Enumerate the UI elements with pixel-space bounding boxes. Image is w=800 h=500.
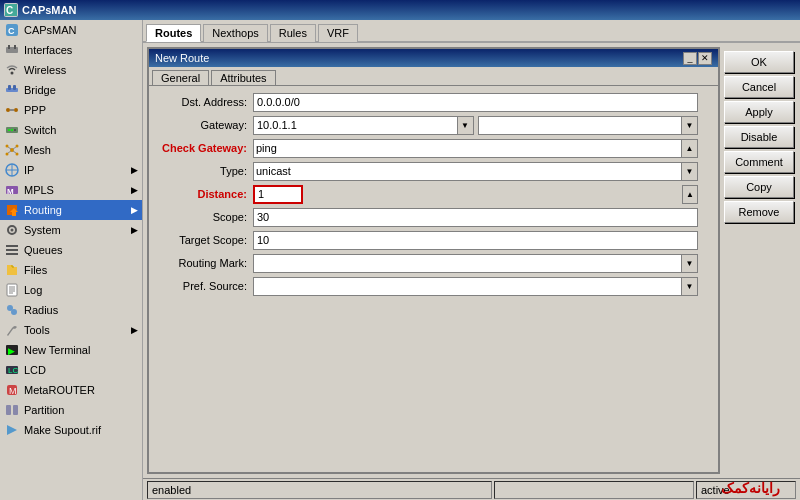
make-supout-icon — [4, 422, 20, 438]
sidebar-item-metarouter[interactable]: M MetaROUTER — [0, 380, 142, 400]
type-select-wrapper: unicast blackhole prohibit unreachable ▼ — [253, 162, 698, 181]
remove-button[interactable]: Remove — [724, 201, 794, 223]
pref-source-dropdown-btn[interactable]: ▼ — [682, 277, 698, 296]
check-gateway-row: Check Gateway: ping arp ▲ — [153, 138, 698, 158]
routing-mark-select-wrapper: ▼ — [253, 254, 698, 273]
main-area: C CAPsMAN Interfaces Wireless — [0, 20, 800, 500]
status-bar: enabled active — [143, 478, 800, 500]
dialog-area: New Route _ ✕ General Attributes — [143, 43, 800, 478]
sidebar-item-new-terminal[interactable]: ▶ New Terminal — [0, 340, 142, 360]
sidebar-item-system[interactable]: System ▶ — [0, 220, 142, 240]
system-arrow: ▶ — [131, 225, 138, 235]
distance-input[interactable] — [253, 185, 303, 204]
status-middle — [494, 481, 694, 499]
target-scope-input[interactable] — [253, 231, 698, 250]
svg-text:M: M — [7, 187, 14, 196]
disable-button[interactable]: Disable — [724, 126, 794, 148]
svg-point-11 — [6, 108, 10, 112]
routing-mark-row: Routing Mark: ▼ — [153, 253, 698, 273]
dialog-title-bar: New Route _ ✕ — [149, 49, 718, 67]
comment-button[interactable]: Comment — [724, 151, 794, 173]
sidebar-item-mpls[interactable]: M MPLS ▶ — [0, 180, 142, 200]
gateway-label: Gateway: — [153, 119, 253, 131]
routing-mark-dropdown-btn[interactable]: ▼ — [682, 254, 698, 273]
sidebar-item-radius[interactable]: Radius — [0, 300, 142, 320]
sidebar-item-queues[interactable]: Queues — [0, 240, 142, 260]
sidebar-item-capsman[interactable]: C CAPsMAN — [0, 20, 142, 40]
sidebar-item-tools[interactable]: Tools ▶ — [0, 320, 142, 340]
cancel-button[interactable]: Cancel — [724, 76, 794, 98]
caps-icon: C — [4, 22, 20, 38]
check-gateway-select[interactable]: ping arp — [253, 139, 682, 158]
dialog-content: Dst. Address: Gateway: — [149, 86, 718, 472]
routing-mark-label: Routing Mark: — [153, 257, 253, 269]
gateway-dropdown-button[interactable]: ▼ — [458, 116, 474, 135]
mesh-icon — [4, 142, 20, 158]
dialog-tab-general[interactable]: General — [152, 70, 209, 85]
routing-mark-input[interactable] — [253, 254, 682, 273]
sidebar-item-partition[interactable]: Partition — [0, 400, 142, 420]
type-scroll-btn[interactable]: ▼ — [682, 162, 698, 181]
type-select[interactable]: unicast blackhole prohibit unreachable — [253, 162, 682, 181]
type-row: Type: unicast blackhole prohibit unreach… — [153, 161, 698, 181]
ok-button[interactable]: OK — [724, 51, 794, 73]
files-icon — [4, 262, 20, 278]
svg-rect-4 — [6, 47, 18, 53]
copy-button[interactable]: Copy — [724, 176, 794, 198]
distance-label: Distance: — [153, 188, 253, 200]
ip-label: IP — [24, 164, 131, 176]
sidebar-item-lcd[interactable]: LCD LCD — [0, 360, 142, 380]
routing-icon — [4, 202, 20, 218]
sidebar-item-switch[interactable]: Switch — [0, 120, 142, 140]
svg-line-23 — [8, 147, 11, 149]
gateway-input-group: ▼ ▼ — [253, 116, 698, 135]
check-gateway-label: Check Gateway: — [153, 142, 253, 154]
sidebar-item-log[interactable]: Log — [0, 280, 142, 300]
svg-rect-37 — [6, 249, 18, 251]
gateway-input[interactable] — [253, 116, 458, 135]
mesh-label: Mesh — [24, 144, 138, 156]
sidebar-item-mesh[interactable]: Mesh — [0, 140, 142, 160]
scope-label: Scope: — [153, 211, 253, 223]
sidebar-item-wireless[interactable]: Wireless — [0, 60, 142, 80]
check-gateway-scroll-up[interactable]: ▲ — [682, 139, 698, 158]
gateway-secondary-input[interactable] — [478, 116, 683, 135]
dialog-tab-attributes[interactable]: Attributes — [211, 70, 275, 85]
pref-source-select-wrapper: ▼ — [253, 277, 698, 296]
dst-address-input-group — [253, 93, 698, 112]
pref-source-row: Pref. Source: ▼ — [153, 276, 698, 296]
partition-label: Partition — [24, 404, 138, 416]
dialog-minimize-button[interactable]: _ — [683, 52, 697, 65]
sidebar-item-ip[interactable]: IP ▶ — [0, 160, 142, 180]
switch-icon — [4, 122, 20, 138]
svg-rect-52 — [6, 405, 11, 415]
distance-input-group: ▲ — [253, 185, 698, 204]
pref-source-input[interactable] — [253, 277, 682, 296]
new-terminal-label: New Terminal — [24, 344, 138, 356]
tab-routes[interactable]: Routes — [146, 24, 201, 42]
tab-rules[interactable]: Rules — [270, 24, 316, 42]
scope-input[interactable] — [253, 208, 698, 227]
lcd-label: LCD — [24, 364, 138, 376]
sidebar-item-routing[interactable]: Routing ▶ — [0, 200, 142, 220]
tab-vrf[interactable]: VRF — [318, 24, 358, 42]
dialog-title-text: New Route — [155, 52, 209, 64]
sidebar-item-interfaces[interactable]: Interfaces — [0, 40, 142, 60]
sidebar-item-bridge[interactable]: Bridge — [0, 80, 142, 100]
distance-scroll-up[interactable]: ▲ — [682, 185, 698, 204]
apply-button[interactable]: Apply — [724, 101, 794, 123]
tab-nexthops[interactable]: Nexthops — [203, 24, 267, 42]
switch-label: Switch — [24, 124, 138, 136]
dialog-form: Dst. Address: Gateway: — [153, 92, 714, 296]
dst-address-input[interactable] — [253, 93, 698, 112]
gateway-secondary-dropdown-button[interactable]: ▼ — [682, 116, 698, 135]
dialog-close-button[interactable]: ✕ — [698, 52, 712, 65]
svg-text:LCD: LCD — [8, 366, 19, 375]
sidebar-item-ppp[interactable]: PPP — [0, 100, 142, 120]
sidebar-item-files[interactable]: Files — [0, 260, 142, 280]
svg-point-17 — [14, 129, 16, 131]
svg-point-12 — [14, 108, 18, 112]
sidebar-item-make-supout[interactable]: Make Supout.rif — [0, 420, 142, 440]
new-terminal-icon: ▶ — [4, 342, 20, 358]
target-scope-label: Target Scope: — [153, 234, 253, 246]
